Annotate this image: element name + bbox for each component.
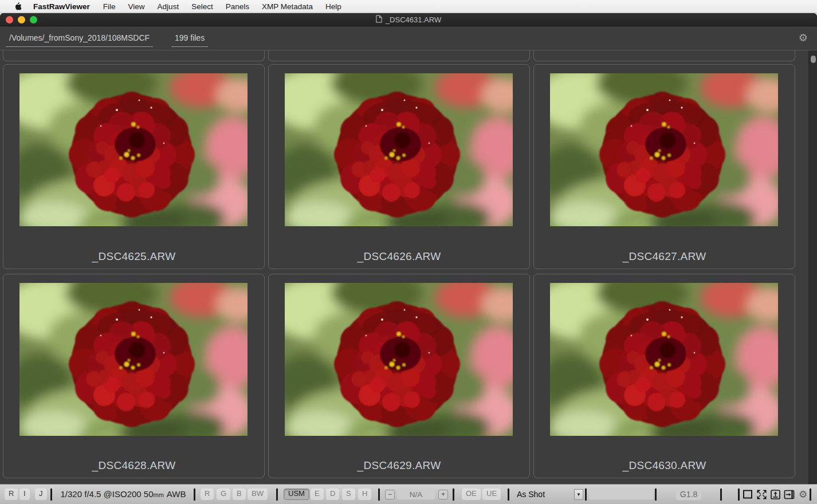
menu-view[interactable]: View bbox=[122, 2, 151, 11]
dropdown-arrow-icon[interactable]: ▼ bbox=[574, 489, 583, 500]
screen-h-button[interactable]: H bbox=[358, 489, 371, 500]
scrollbar-thumb[interactable] bbox=[811, 56, 816, 63]
thumbnail-image[interactable] bbox=[285, 283, 513, 436]
external-jpeg-button[interactable]: J bbox=[35, 489, 47, 500]
settings-gear-icon[interactable]: ⚙ bbox=[797, 489, 809, 501]
apple-menu-icon[interactable] bbox=[9, 2, 26, 11]
shot-info-unit: mm bbox=[154, 491, 164, 498]
fullscreen-icon[interactable] bbox=[756, 489, 768, 501]
thumbnail-image[interactable] bbox=[285, 73, 513, 226]
panel-toggle-icon[interactable] bbox=[783, 489, 795, 501]
menu-panels[interactable]: Panels bbox=[219, 2, 256, 11]
shot-info-exposure: 1/320 f/4.5 @ISO200 50 bbox=[61, 489, 154, 499]
separator bbox=[194, 489, 195, 501]
thumbnail-filename: _DSC4626.ARW bbox=[269, 250, 529, 264]
raw-mode-button[interactable]: R bbox=[5, 489, 18, 500]
separator bbox=[378, 489, 380, 501]
thumbnail-filename: _DSC4628.ARW bbox=[3, 459, 264, 473]
separator bbox=[720, 489, 722, 501]
thumbnail-cell[interactable]: _DSC4625.ARW bbox=[3, 64, 265, 269]
separator bbox=[655, 489, 657, 501]
thumbnail-cell[interactable]: _DSC4629.ARW bbox=[268, 274, 530, 478]
exposure-minus-button[interactable]: − bbox=[385, 490, 395, 499]
thumbnail-filename: _DSC4625.ARW bbox=[3, 250, 264, 264]
screen-d-button[interactable]: D bbox=[326, 489, 339, 500]
folder-toolbar: /Volumes/_fromSony_2018/108MSDCF 199 fil… bbox=[0, 26, 817, 50]
thumbnail-filename: _DSC4627.ARW bbox=[534, 250, 795, 264]
fastrawviewer-window: _DSC4631.ARW /Volumes/_fromSony_2018/108… bbox=[0, 13, 817, 504]
thumbnail-grid: _DSC4625.ARW _DSC4626.ARW _DSC4627.ARW _… bbox=[0, 50, 817, 484]
macos-menu-bar: FastRawViewer File View Adjust Select Pa… bbox=[0, 0, 817, 13]
thumbnail-image[interactable] bbox=[19, 73, 248, 226]
thumbnail-cell-partial[interactable] bbox=[3, 50, 265, 61]
thumbnail-filename: _DSC4629.ARW bbox=[269, 459, 529, 473]
document-icon bbox=[376, 15, 382, 25]
window-title-bar[interactable]: _DSC4631.ARW bbox=[0, 13, 817, 26]
internal-jpeg-button[interactable]: I bbox=[19, 489, 30, 500]
channel-b-button[interactable]: B bbox=[233, 489, 246, 500]
toolbar-gear-icon[interactable]: ⚙ bbox=[799, 32, 808, 44]
separator bbox=[50, 489, 52, 501]
separator bbox=[453, 489, 454, 501]
screen-s-button[interactable]: S bbox=[342, 489, 355, 500]
separator bbox=[508, 489, 509, 501]
menu-xmp-metadata[interactable]: XMP Metadata bbox=[256, 2, 319, 11]
thumbnail-cell-partial[interactable] bbox=[268, 50, 530, 61]
current-folder-path[interactable]: /Volumes/_fromSony_2018/108MSDCF bbox=[6, 32, 153, 47]
thumbnail-cell[interactable]: _DSC4627.ARW bbox=[533, 64, 795, 269]
menu-help[interactable]: Help bbox=[319, 2, 348, 11]
thumbnail-image[interactable] bbox=[550, 283, 778, 436]
menu-file[interactable]: File bbox=[97, 2, 122, 11]
frame-icon[interactable] bbox=[742, 489, 754, 501]
menu-app-name[interactable]: FastRawViewer bbox=[26, 2, 97, 11]
window-title: _DSC4631.ARW bbox=[386, 15, 441, 24]
white-balance-dropdown[interactable]: As Shot bbox=[517, 490, 545, 499]
channel-g-button[interactable]: G bbox=[217, 489, 230, 500]
separator bbox=[810, 489, 811, 501]
menu-select[interactable]: Select bbox=[185, 2, 219, 11]
thumbnail-image[interactable] bbox=[19, 283, 248, 436]
screen-e-button[interactable]: E bbox=[311, 489, 324, 500]
thumbnail-image[interactable] bbox=[550, 73, 778, 226]
overexposure-button[interactable]: OE bbox=[462, 489, 481, 500]
thumbnail-cell[interactable]: _DSC4626.ARW bbox=[268, 64, 530, 269]
exposure-value: N/A bbox=[397, 490, 435, 499]
usm-button[interactable]: USM bbox=[284, 489, 309, 500]
thumbnail-cell[interactable]: _DSC4630.ARW bbox=[533, 274, 795, 478]
status-empty-field bbox=[589, 490, 653, 499]
file-count-label[interactable]: 199 files bbox=[171, 32, 208, 47]
thumbnail-cell[interactable]: _DSC4628.ARW bbox=[3, 274, 265, 478]
channel-bw-button[interactable]: BW bbox=[248, 489, 268, 500]
thumbnail-filename: _DSC4630.ARW bbox=[534, 459, 795, 473]
separator bbox=[585, 489, 587, 501]
shot-info: 1/320 f/4.5 @ISO200 50mmAWB bbox=[54, 489, 192, 499]
export-icon[interactable] bbox=[769, 489, 781, 501]
gamma-value: G1.8 bbox=[676, 489, 701, 500]
underexposure-button[interactable]: UE bbox=[482, 489, 501, 500]
status-bar: R I J 1/320 f/4.5 @ISO200 50mmAWB R G B … bbox=[0, 484, 817, 504]
separator bbox=[738, 489, 740, 501]
separator bbox=[276, 489, 278, 501]
shot-info-wb: AWB bbox=[167, 489, 186, 499]
menu-adjust[interactable]: Adjust bbox=[151, 2, 186, 11]
exposure-plus-button[interactable]: + bbox=[438, 490, 448, 499]
vertical-scrollbar[interactable] bbox=[808, 50, 817, 484]
thumbnail-cell-partial[interactable] bbox=[533, 50, 795, 61]
channel-r-button[interactable]: R bbox=[201, 489, 214, 500]
